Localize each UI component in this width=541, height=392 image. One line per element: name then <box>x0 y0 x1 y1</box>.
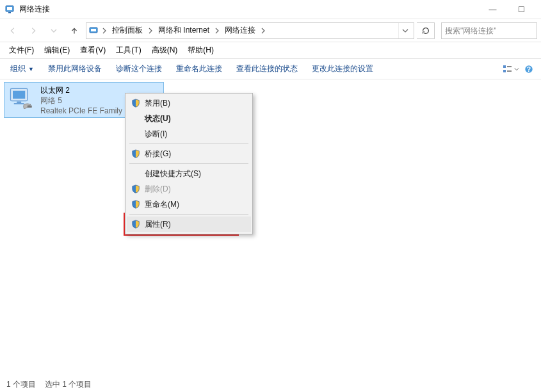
spacer-icon <box>131 168 141 179</box>
app-icon <box>5 4 15 15</box>
connection-device: Realtek PCIe FE Family <box>40 106 122 116</box>
context-menu-item[interactable]: 诊断(I) <box>127 126 251 142</box>
shield-icon <box>131 98 141 108</box>
status-selected-count: 选中 1 个项目 <box>45 379 92 390</box>
chevron-right-icon[interactable] <box>213 28 221 34</box>
breadcrumb-item-control-panel[interactable]: 控制面板 <box>109 24 145 37</box>
svg-rect-7 <box>503 65 506 68</box>
chevron-right-icon[interactable] <box>101 28 108 34</box>
view-options-button[interactable] <box>503 61 519 77</box>
svg-rect-8 <box>507 66 512 67</box>
maximize-button[interactable]: ☐ <box>507 1 536 19</box>
rename-connection-button[interactable]: 重命名此连接 <box>170 61 229 77</box>
context-menu-item[interactable]: 创建快捷方式(S) <box>127 166 251 181</box>
search-box[interactable] <box>441 22 537 39</box>
menu-help[interactable]: 帮助(H) <box>182 43 219 58</box>
menu-tools[interactable]: 工具(T) <box>111 43 146 58</box>
context-menu-item[interactable]: 桥接(G) <box>127 146 251 161</box>
context-menu-item[interactable]: 禁用(B) <box>127 95 251 111</box>
svg-rect-1 <box>7 7 12 10</box>
svg-rect-15 <box>17 101 21 103</box>
breadcrumb: 控制面板 网络和 Internet 网络连接 <box>109 24 267 37</box>
context-menu-item[interactable]: 属性(R) <box>127 216 251 232</box>
chevron-down-icon: ▼ <box>28 66 34 72</box>
svg-text:?: ? <box>527 65 531 72</box>
help-button[interactable]: ? <box>521 61 537 77</box>
context-menu-label: 禁用(B) <box>145 98 245 109</box>
context-menu: 禁用(B)状态(U)诊断(I)桥接(G)创建快捷方式(S)删除(D)重命名(M)… <box>125 93 253 234</box>
context-menu-item[interactable]: 重命名(M) <box>127 197 251 212</box>
menu-view[interactable]: 查看(V) <box>75 43 111 58</box>
context-menu-item: 删除(D) <box>127 181 251 197</box>
window-title: 网络连接 <box>19 4 50 15</box>
breadcrumb-item-network-connections[interactable]: 网络连接 <box>222 24 258 37</box>
menu-file[interactable]: 文件(F) <box>4 43 39 58</box>
navigation-bar: 控制面板 网络和 Internet 网络连接 <box>0 19 541 42</box>
svg-rect-4 <box>91 29 96 31</box>
context-menu-label: 状态(U) <box>145 113 245 124</box>
connection-name: 以太网 2 <box>40 85 122 95</box>
menu-advanced[interactable]: 高级(N) <box>147 43 183 58</box>
context-menu-item[interactable]: 状态(U) <box>127 111 251 126</box>
content-area[interactable]: 以太网 2 网络 5 Realtek PCIe FE Family <box>0 79 541 374</box>
shield-icon <box>131 184 141 194</box>
menu-edit[interactable]: 编辑(E) <box>39 43 75 58</box>
breadcrumb-item-network-internet[interactable]: 网络和 Internet <box>156 24 212 37</box>
recent-button[interactable] <box>45 22 63 40</box>
context-menu-label: 创建快捷方式(S) <box>145 168 245 179</box>
svg-rect-17 <box>28 106 32 108</box>
shield-icon <box>131 199 141 209</box>
context-menu-label: 桥接(G) <box>145 149 245 159</box>
up-button[interactable] <box>65 22 83 40</box>
ethernet-icon <box>8 85 35 112</box>
svg-rect-14 <box>13 91 25 99</box>
diagnose-connection-button[interactable]: 诊断这个连接 <box>109 61 168 77</box>
titlebar: 网络连接 — ☐ <box>0 0 541 19</box>
chevron-right-icon[interactable] <box>147 28 154 34</box>
spacer-icon <box>131 129 141 139</box>
context-menu-separator <box>129 214 248 215</box>
chevron-right-icon[interactable] <box>259 28 267 34</box>
spacer-icon <box>131 113 141 124</box>
svg-rect-2 <box>8 12 11 13</box>
address-bar[interactable]: 控制面板 网络和 Internet 网络连接 <box>86 22 414 39</box>
context-menu-label: 诊断(I) <box>145 129 245 140</box>
shield-icon <box>131 149 141 159</box>
menubar: 文件(F) 编辑(E) 查看(V) 工具(T) 高级(N) 帮助(H) <box>0 42 541 59</box>
context-menu-label: 删除(D) <box>145 184 245 195</box>
minimize-button[interactable]: — <box>478 1 507 19</box>
context-menu-label: 重命名(M) <box>145 199 245 210</box>
status-bar: 1 个项目 选中 1 个项目 <box>0 377 541 392</box>
back-button[interactable] <box>4 22 22 40</box>
view-status-button[interactable]: 查看此连接的状态 <box>230 61 304 77</box>
toolbar: 组织 ▼ 禁用此网络设备 诊断这个连接 重命名此连接 查看此连接的状态 更改此连… <box>0 59 541 79</box>
status-item-count: 1 个项目 <box>6 379 36 390</box>
address-dropdown-button[interactable] <box>398 23 411 38</box>
connection-status: 网络 5 <box>40 95 122 106</box>
connection-text: 以太网 2 网络 5 Realtek PCIe FE Family <box>40 85 122 117</box>
organize-button[interactable]: 组织 ▼ <box>4 61 40 77</box>
svg-rect-10 <box>507 70 512 72</box>
svg-rect-16 <box>14 103 24 104</box>
refresh-button[interactable] <box>417 22 435 39</box>
disable-device-button[interactable]: 禁用此网络设备 <box>42 61 108 77</box>
organize-label: 组织 <box>10 63 26 74</box>
svg-rect-9 <box>503 70 506 72</box>
address-icon <box>89 26 99 36</box>
context-menu-separator <box>129 143 248 144</box>
context-menu-label: 属性(R) <box>145 219 245 230</box>
forward-button[interactable] <box>24 22 42 40</box>
shield-icon <box>131 219 141 229</box>
context-menu-separator <box>129 163 248 164</box>
search-input[interactable] <box>442 26 541 35</box>
change-settings-button[interactable]: 更改此连接的设置 <box>305 61 380 77</box>
